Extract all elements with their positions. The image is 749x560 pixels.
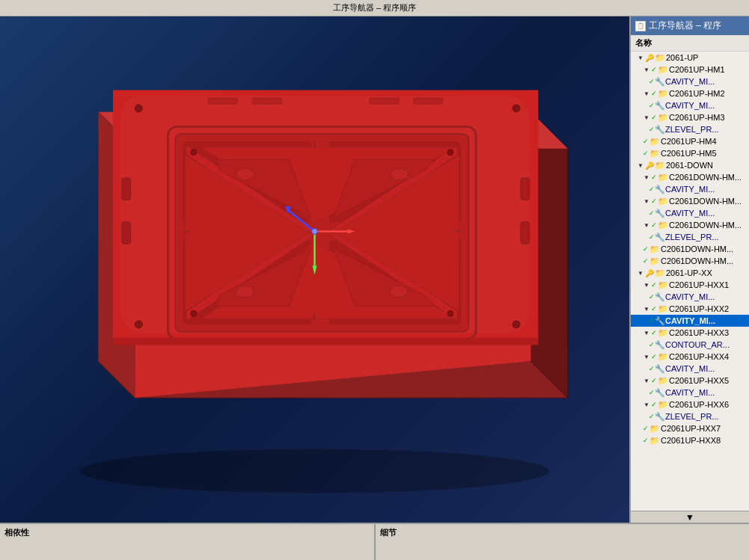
- folder-icon: 📁: [658, 221, 668, 230]
- tool-icon: 🔧: [655, 340, 664, 349]
- tree-item-2061down[interactable]: ▼ 🔑 📁 2061-DOWN: [631, 159, 749, 171]
- tree-item-hxx2[interactable]: ▼ ✓ 📁 C2061UP-HXX2: [631, 303, 749, 315]
- tree-item-hxx5[interactable]: ▼ ✓ 📁 C2061UP-HXX5: [631, 375, 749, 387]
- panel-title: 工序导航器 – 程序: [649, 19, 721, 32]
- svg-rect-22: [122, 222, 131, 244]
- check-icon: ✓: [651, 173, 657, 181]
- svg-point-0: [80, 449, 549, 493]
- tree-item-cavity2[interactable]: ✓ 🔧 CAVITY_MI...: [631, 99, 749, 111]
- folder-icon: 📁: [655, 161, 665, 170]
- tree-item-down-hm5[interactable]: ✓ 📁 C2061DOWN-HM...: [631, 255, 749, 267]
- tool-icon: 🔧: [655, 125, 664, 134]
- folder-icon: 📁: [658, 281, 668, 289]
- collapse-icon: ▼: [643, 90, 650, 97]
- folder-icon: 📁: [658, 401, 668, 409]
- tree-panel[interactable]: ▼ 🔑 📁 2061-UP ▼ ✓ 📁 C2061UP-HM1 ✓ 🔧 CAVI…: [631, 52, 749, 511]
- item-label: 2061-DOWN: [666, 161, 713, 170]
- tree-item-2061upxx[interactable]: ▼ 🔑 📁 2061-UP-XX: [631, 267, 749, 279]
- check-icon: ✓: [649, 317, 655, 324]
- tool-icon: 🔧: [655, 77, 664, 86]
- tool-icon: 🔧: [655, 209, 664, 218]
- tree-item-hxx3[interactable]: ▼ ✓ 📁 C2061UP-HXX3: [631, 327, 749, 339]
- panel-icon: 📋: [635, 21, 646, 31]
- tree-item-hm4[interactable]: ✓ 📁 C2061UP-HM4: [631, 135, 749, 147]
- check-icon: ✓: [649, 413, 655, 420]
- item-label: CAVITY_MI...: [665, 316, 715, 325]
- collapse-icon: ▼: [643, 221, 650, 229]
- tree-item-down-hm2[interactable]: ▼ ✓ 📁 C2061DOWN-HM...: [631, 195, 749, 207]
- scroll-bottom-arrow[interactable]: ▼: [631, 511, 749, 523]
- tree-item-2061up[interactable]: ▼ 🔑 📁 2061-UP: [631, 52, 749, 64]
- tree-item-hxx4[interactable]: ▼ ✓ 📁 C2061UP-HXX4: [631, 351, 749, 363]
- svg-rect-17: [208, 98, 237, 104]
- svg-point-31: [390, 168, 408, 180]
- bottom-area: 相依性 细节: [0, 523, 749, 560]
- tree-item-hxx5-cavity[interactable]: ✓ 🔧 CAVITY_MI...: [631, 387, 749, 399]
- tree-item-down-hm1[interactable]: ▼ ✓ 📁 C2061DOWN-HM...: [631, 171, 749, 183]
- check-icon: ✓: [651, 90, 657, 97]
- collapse-icon: ▼: [643, 66, 650, 73]
- tree-item-down-zlevel[interactable]: ✓ 🔧 ZLEVEL_PR...: [631, 231, 749, 243]
- check-icon: ✓: [649, 365, 655, 372]
- check-icon: ✓: [649, 209, 655, 217]
- check-icon: ✓: [651, 377, 657, 384]
- item-label: CAVITY_MI...: [665, 185, 715, 194]
- folder-icon: 📁: [658, 377, 668, 385]
- item-label: 2061-UP: [666, 53, 698, 62]
- svg-rect-19: [370, 98, 399, 104]
- tree-item-down-cavity2[interactable]: ✓ 🔧 CAVITY_MI...: [631, 207, 749, 219]
- tree-item-hxx4-cavity[interactable]: ✓ 🔧 CAVITY_MI...: [631, 363, 749, 375]
- folder-icon: 📁: [649, 437, 660, 445]
- tree-item-hxx6[interactable]: ▼ ✓ 📁 C2061UP-HXX6: [631, 399, 749, 410]
- folder-icon: 📁: [658, 66, 668, 74]
- collapse-icon: ▼: [637, 269, 644, 277]
- tree-item-hxx7[interactable]: ✓ 📁 C2061UP-HXX7: [631, 422, 749, 434]
- collapse-icon: ▼: [643, 305, 650, 313]
- tool-icon: 🔧: [655, 292, 664, 301]
- folder-icon: 📁: [658, 114, 668, 122]
- tree-item-hm3[interactable]: ▼ ✓ 📁 C2061UP-HM3: [631, 111, 749, 123]
- tree-item-hm5[interactable]: ✓ 📁 C2061UP-HM5: [631, 147, 749, 159]
- check-icon: ✓: [649, 126, 655, 133]
- tool-icon: 🔧: [655, 412, 664, 421]
- tree-item-hxx8[interactable]: ✓ 📁 C2061UP-HXX8: [631, 434, 749, 446]
- collapse-icon: ▼: [637, 161, 644, 169]
- title-bar: 工序导航器 – 程序顺序: [0, 0, 749, 16]
- mold-container: [15, 31, 614, 508]
- item-label: C2061UP-HXX4: [669, 352, 729, 361]
- tree-item-hxx3-contour[interactable]: ✓ 🔧 CONTOUR_AR...: [631, 339, 749, 351]
- folder-icon: 📁: [658, 197, 668, 206]
- item-label: CAVITY_MI...: [665, 292, 715, 301]
- tree-item-zlevel1[interactable]: ✓ 🔧 ZLEVEL_PR...: [631, 123, 749, 135]
- item-label: CAVITY_MI...: [665, 77, 715, 86]
- tree-column-header: 名称: [631, 35, 749, 52]
- bottom-right-panel: 细节: [376, 524, 750, 560]
- check-icon: ✓: [651, 305, 657, 313]
- check-icon: ✓: [651, 401, 657, 408]
- tree-item-hxx2-cavity-selected[interactable]: ✓ 🔧 CAVITY_MI...: [631, 315, 749, 327]
- svg-point-8: [191, 310, 197, 316]
- folder-icon: 📁: [649, 257, 660, 265]
- item-label: C2061UP-HXX8: [661, 436, 721, 445]
- svg-rect-23: [521, 178, 530, 200]
- tree-item-hxx1[interactable]: ▼ ✓ 📁 C2061UP-HXX1: [631, 279, 749, 291]
- tree-item-hm2[interactable]: ▼ ✓ 📁 C2061UP-HM2: [631, 87, 749, 99]
- tree-item-hxx1-cavity[interactable]: ✓ 🔧 CAVITY_MI...: [631, 291, 749, 303]
- item-label: CONTOUR_AR...: [665, 340, 730, 349]
- svg-point-26: [513, 105, 520, 112]
- svg-rect-34: [113, 338, 538, 345]
- tree-item-down-hm4[interactable]: ✓ 📁 C2061DOWN-HM...: [631, 243, 749, 255]
- viewport-3d[interactable]: [0, 16, 629, 523]
- tree-item-hm1[interactable]: ▼ ✓ 📁 C2061UP-HM1: [631, 64, 749, 76]
- item-label: C2061UP-HM2: [669, 89, 725, 98]
- tree-item-cavity1[interactable]: ✓ 🔧 CAVITY_MI...: [631, 76, 749, 87]
- collapse-icon: ▼: [643, 353, 650, 360]
- svg-point-6: [191, 150, 197, 156]
- check-icon: ✓: [651, 329, 657, 336]
- item-label: CAVITY_MI...: [665, 101, 715, 110]
- tree-item-hxx6-zlevel[interactable]: ✓ 🔧 ZLEVEL_PR...: [631, 410, 749, 422]
- tree-item-down-hm3[interactable]: ▼ ✓ 📁 C2061DOWN-HM...: [631, 219, 749, 231]
- tree-item-down-cavity1[interactable]: ✓ 🔧 CAVITY_MI...: [631, 183, 749, 195]
- mold-svg: [15, 31, 614, 508]
- collapse-icon: ▼: [637, 54, 644, 61]
